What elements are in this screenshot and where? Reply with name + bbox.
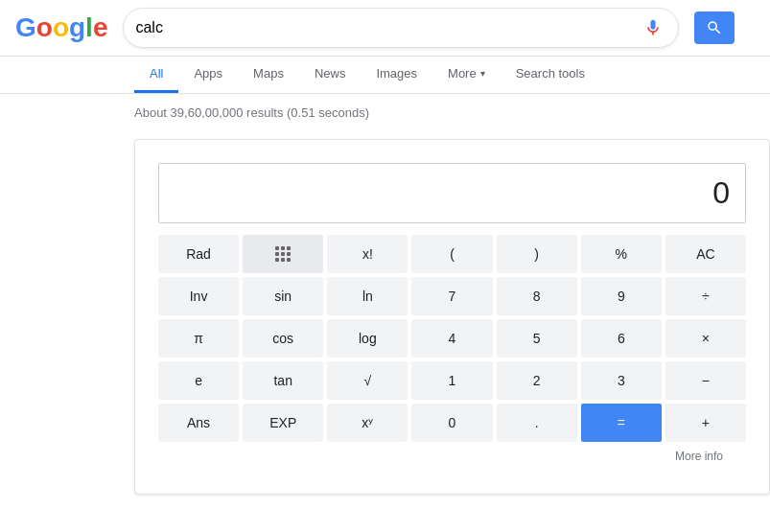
- btn-2[interactable]: 2: [497, 361, 577, 400]
- btn-percent[interactable]: %: [581, 235, 662, 273]
- btn-equals[interactable]: =: [581, 404, 662, 442]
- calc-display: 0: [158, 163, 746, 223]
- btn-open-paren[interactable]: (: [411, 235, 492, 273]
- btn-ans[interactable]: Ans: [158, 404, 239, 442]
- logo[interactable]: Google: [15, 12, 107, 43]
- btn-7[interactable]: 7: [411, 277, 492, 315]
- btn-9[interactable]: 9: [581, 277, 662, 315]
- mic-icon: [643, 18, 663, 37]
- btn-grid[interactable]: [243, 235, 323, 273]
- btn-multiply[interactable]: ×: [665, 319, 746, 358]
- btn-ln[interactable]: ln: [327, 277, 408, 315]
- calculator: 0 Rad x! ( ) % AC Inv sin ln 7 8: [134, 139, 770, 495]
- svg-rect-0: [275, 246, 279, 250]
- results-count: About 39,60,00,000 results (0.51 seconds…: [0, 94, 770, 131]
- nav-tabs: All Apps Maps News Images More ▾ Search …: [0, 57, 770, 94]
- tab-more[interactable]: More ▾: [432, 57, 501, 93]
- btn-sin[interactable]: sin: [243, 277, 323, 315]
- svg-rect-1: [281, 246, 285, 250]
- btn-cos[interactable]: cos: [243, 319, 323, 358]
- btn-factorial[interactable]: x!: [327, 235, 408, 273]
- tab-all[interactable]: All: [134, 57, 178, 93]
- btn-power[interactable]: xʸ: [327, 404, 408, 442]
- tab-news[interactable]: News: [299, 57, 362, 93]
- btn-4[interactable]: 4: [411, 319, 492, 358]
- btn-tan[interactable]: tan: [243, 361, 323, 400]
- svg-rect-4: [281, 252, 285, 256]
- svg-rect-2: [287, 246, 291, 250]
- btn-log[interactable]: log: [327, 319, 408, 358]
- btn-divide[interactable]: ÷: [665, 277, 746, 315]
- btn-close-paren[interactable]: ): [497, 235, 577, 273]
- svg-rect-6: [275, 258, 279, 262]
- btn-add[interactable]: +: [665, 404, 746, 442]
- svg-rect-8: [287, 258, 291, 262]
- btn-5[interactable]: 5: [497, 319, 577, 358]
- svg-rect-3: [275, 252, 279, 256]
- btn-e[interactable]: e: [158, 361, 239, 400]
- tab-search-tools[interactable]: Search tools: [501, 57, 600, 93]
- search-icon: [706, 19, 723, 36]
- btn-3[interactable]: 3: [581, 361, 662, 400]
- calc-buttons: Rad x! ( ) % AC Inv sin ln 7 8 9 ÷: [158, 235, 746, 442]
- btn-pi[interactable]: π: [158, 319, 239, 358]
- btn-subtract[interactable]: −: [665, 361, 746, 400]
- btn-inv[interactable]: Inv: [158, 277, 239, 315]
- search-button[interactable]: [694, 12, 735, 44]
- mic-button[interactable]: [640, 14, 666, 41]
- chevron-down-icon: ▾: [480, 68, 485, 79]
- tab-maps[interactable]: Maps: [238, 57, 299, 93]
- svg-rect-7: [281, 258, 285, 262]
- btn-1[interactable]: 1: [411, 361, 492, 400]
- btn-ac[interactable]: AC: [665, 235, 746, 273]
- btn-sqrt[interactable]: √: [327, 361, 408, 400]
- tab-images[interactable]: Images: [361, 57, 432, 93]
- tab-apps[interactable]: Apps: [178, 57, 238, 93]
- header: Google: [0, 0, 770, 57]
- more-info[interactable]: More info: [158, 442, 746, 471]
- btn-8[interactable]: 8: [497, 277, 577, 315]
- btn-exp[interactable]: EXP: [243, 404, 323, 442]
- btn-decimal[interactable]: .: [497, 404, 577, 442]
- btn-0[interactable]: 0: [411, 404, 492, 442]
- btn-rad[interactable]: Rad: [158, 235, 239, 273]
- search-bar: [123, 8, 679, 48]
- search-input[interactable]: [135, 19, 640, 36]
- btn-6[interactable]: 6: [581, 319, 662, 358]
- svg-rect-5: [287, 252, 291, 256]
